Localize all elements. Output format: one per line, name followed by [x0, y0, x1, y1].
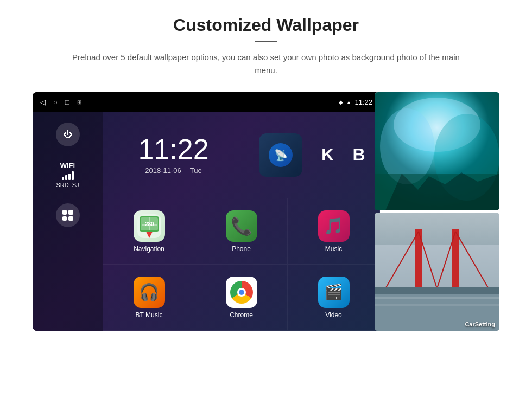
- app-bt-music[interactable]: 🎧 BT Music: [103, 265, 195, 331]
- phone-label: Phone: [232, 245, 251, 253]
- clock-section: 11:22 2018-11-06 Tue: [103, 112, 244, 198]
- clock-date: 2018-11-06 Tue: [145, 166, 201, 175]
- wifi-bar-1: [62, 177, 64, 180]
- nav-back-icon[interactable]: ◁: [40, 98, 46, 106]
- wallpaper-bridge[interactable]: CarSetting: [375, 213, 499, 331]
- status-bar: ◁ ○ □ ⊞ ◆ ▲ 11:22: [33, 92, 380, 112]
- power-button[interactable]: ⏻: [56, 123, 80, 146]
- chrome-inner-circle: [237, 288, 246, 297]
- wifi-bar-2: [65, 175, 67, 180]
- chrome-icon: [226, 277, 257, 308]
- home-screen: ⏻ WiFi SRD_SJ: [33, 112, 380, 331]
- app-navigation[interactable]: 280 Navigation: [103, 198, 195, 265]
- bridge-wallpaper-image: [375, 213, 499, 331]
- wifi-label: WiFi: [60, 162, 75, 170]
- wifi-bars: [62, 171, 74, 180]
- svg-rect-24: [375, 304, 499, 306]
- clock-time: 11:22: [138, 135, 208, 163]
- bt-music-label: BT Music: [136, 311, 163, 319]
- grid-cell: [68, 216, 73, 221]
- svg-rect-23: [375, 297, 499, 299]
- device-mock: ◁ ○ □ ⊞ ◆ ▲ 11:22 ⏻: [33, 92, 380, 331]
- grid-cell: [68, 210, 73, 215]
- page-title: Customized Wallpaper: [173, 15, 359, 35]
- clock-date-value: 2018-11-06: [145, 166, 181, 175]
- nav-recent-icon[interactable]: □: [65, 98, 69, 106]
- top-section: 11:22 2018-11-06 Tue 📡: [103, 112, 380, 198]
- title-divider: [255, 41, 277, 42]
- app-grid: 280 Navigation 📞: [103, 198, 380, 331]
- clock-display: 11:22: [354, 98, 372, 106]
- k-widget[interactable]: K: [321, 145, 334, 165]
- sidebar: ⏻ WiFi SRD_SJ: [33, 112, 103, 331]
- page-container: Customized Wallpaper Preload over 5 defa…: [0, 0, 532, 411]
- ice-wallpaper-image: [375, 92, 499, 210]
- svg-rect-21: [375, 287, 499, 294]
- wifi-network: SRD_SJ: [56, 182, 79, 188]
- app-chrome[interactable]: Chrome: [195, 265, 288, 331]
- music-label: Music: [325, 245, 342, 253]
- status-left: ◁ ○ □ ⊞: [40, 98, 81, 106]
- content-area: ◁ ○ □ ⊞ ◆ ▲ 11:22 ⏻: [33, 92, 499, 331]
- main-home: 11:22 2018-11-06 Tue 📡: [103, 112, 380, 331]
- power-icon: ⏻: [64, 130, 72, 139]
- clock-day-value: Tue: [190, 166, 202, 175]
- bt-music-icon: 🎧: [134, 277, 165, 308]
- grid-cell: [62, 210, 67, 215]
- wifi-signal-icon: ▲: [346, 99, 352, 105]
- location-icon: ◆: [339, 99, 343, 105]
- b-letter: B: [353, 145, 365, 164]
- app-music[interactable]: 🎵 Music: [288, 198, 380, 265]
- video-label: Video: [325, 311, 341, 319]
- app-phone[interactable]: 📞 Phone: [195, 198, 288, 265]
- video-icon: 🎬: [318, 277, 350, 308]
- wifi-bar-3: [68, 174, 71, 180]
- navigation-icon: 280: [134, 210, 165, 242]
- navigation-label: Navigation: [134, 245, 164, 253]
- carsetting-label: CarSetting: [465, 321, 495, 327]
- antenna-icon: 📡: [274, 149, 288, 162]
- wallpaper-thumbnails: CarSetting: [375, 92, 499, 331]
- nav-home-icon[interactable]: ○: [53, 98, 58, 106]
- svg-point-9: [380, 108, 434, 184]
- grid-cell: [62, 216, 67, 221]
- phone-icon: 📞: [226, 210, 257, 242]
- svg-rect-14: [375, 245, 499, 288]
- wallpaper-ice[interactable]: [375, 92, 499, 210]
- music-icon: 🎵: [318, 210, 350, 242]
- signal-icon: 📡: [269, 143, 293, 167]
- chrome-outer-ring: [230, 281, 253, 304]
- chrome-label: Chrome: [230, 311, 253, 319]
- wifi-block: WiFi SRD_SJ: [56, 162, 79, 188]
- app-video[interactable]: 🎬 Video: [288, 265, 380, 331]
- app-drawer-button[interactable]: [56, 203, 80, 227]
- page-subtitle: Preload over 5 default wallpaper options…: [71, 51, 461, 77]
- k-letter: K: [321, 145, 334, 164]
- signal-widget[interactable]: 📡: [259, 133, 302, 177]
- widget-section: 📡 K B: [244, 112, 380, 198]
- nav-screenshot-icon[interactable]: ⊞: [77, 99, 81, 105]
- status-right: ◆ ▲ 11:22: [339, 98, 372, 106]
- wifi-bar-4: [72, 171, 74, 180]
- grid-icon: [62, 210, 73, 221]
- b-widget[interactable]: B: [353, 145, 365, 165]
